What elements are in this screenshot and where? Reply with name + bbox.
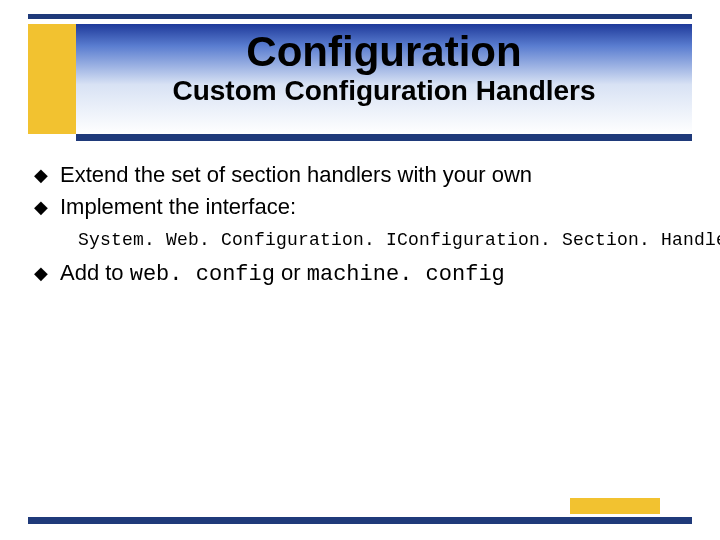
slide-title: Configuration — [76, 30, 692, 74]
slide-subtitle: Custom Configuration Handlers — [76, 76, 692, 105]
bullet-item: ◆ Extend the set of section handlers wit… — [34, 160, 690, 190]
bullet-text: Extend the set of section handlers with … — [60, 160, 690, 190]
bullet-icon: ◆ — [34, 160, 60, 190]
body-content: ◆ Extend the set of section handlers wit… — [34, 160, 690, 292]
header: Configuration Custom Configuration Handl… — [76, 24, 692, 134]
header-underline — [76, 134, 692, 141]
bullet-icon: ◆ — [34, 192, 60, 222]
bullet-text-mid: or — [275, 260, 307, 285]
bottom-divider — [28, 517, 692, 524]
bullet-text-prefix: Add to — [60, 260, 130, 285]
bullet-item: ◆ Implement the interface: — [34, 192, 690, 222]
accent-block — [28, 24, 76, 134]
slide: Configuration Custom Configuration Handl… — [0, 0, 720, 540]
bullet-text: Add to web. config or machine. config — [60, 258, 690, 290]
code-machineconfig: machine. config — [307, 262, 505, 287]
code-webconfig: web. config — [130, 262, 275, 287]
accent-bottom — [570, 498, 660, 514]
bullet-text: Implement the interface: — [60, 192, 690, 222]
code-interface-name: System. Web. Configuration. IConfigurati… — [78, 228, 690, 252]
top-divider — [28, 14, 692, 19]
bullet-icon: ◆ — [34, 258, 60, 288]
bullet-item: ◆ Add to web. config or machine. config — [34, 258, 690, 290]
